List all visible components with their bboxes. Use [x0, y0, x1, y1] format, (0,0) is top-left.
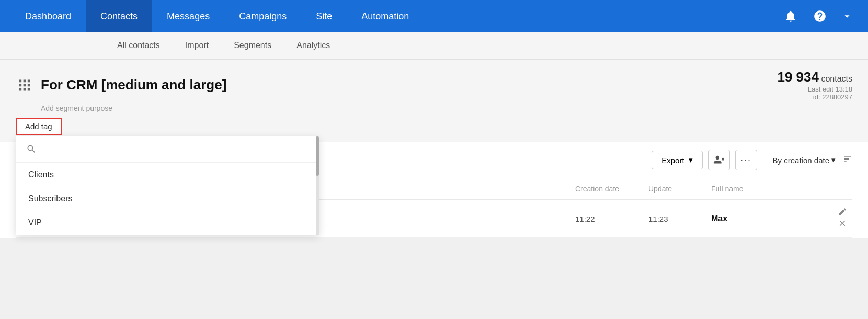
top-navigation: Dashboard Contacts Messages Campaigns Si… — [0, 0, 868, 32]
nav-item-dashboard[interactable]: Dashboard — [10, 0, 86, 32]
row-creation-date: 11:22 — [570, 200, 643, 238]
export-chevron-icon: ▾ — [689, 155, 693, 165]
grid-icon — [16, 76, 33, 94]
sort-chevron-icon: ▾ — [831, 155, 836, 165]
edit-icon[interactable] — [838, 209, 847, 218]
export-label: Export — [661, 156, 684, 165]
segment-purpose[interactable]: Add segment purpose — [41, 104, 852, 112]
sort-label[interactable]: By creation date ▾ — [773, 155, 836, 165]
contacts-count: 19 934 — [777, 69, 819, 85]
tag-item-subscribers[interactable]: Subscribers — [16, 187, 319, 211]
tag-item-vip[interactable]: VIP — [16, 211, 319, 235]
tag-dropdown: Clients Subscribers VIP — [16, 136, 319, 235]
sort-area: By creation date ▾ — [773, 154, 852, 166]
search-icon — [26, 144, 37, 157]
nav-item-site[interactable]: Site — [301, 0, 347, 32]
segment-title-area: For CRM [medium and large] — [16, 76, 226, 94]
remove-contacts-button[interactable] — [708, 150, 730, 170]
last-edit-info: Last edit 13:18 — [777, 85, 852, 93]
nav-item-contacts[interactable]: Contacts — [86, 0, 152, 32]
col-header-creation: Creation date — [570, 178, 643, 200]
more-options-button[interactable]: ··· — [735, 150, 757, 170]
segment-id: id: 22880297 — [777, 93, 852, 101]
sort-order-icon[interactable] — [843, 154, 852, 166]
add-tag-area: Add tag Clients Subscribers VIP — [16, 118, 852, 135]
scrollbar[interactable] — [316, 136, 319, 235]
sub-nav-all-contacts[interactable]: All contacts — [105, 32, 173, 60]
add-tag-button[interactable]: Add tag — [16, 118, 62, 135]
svg-point-0 — [715, 156, 719, 160]
sub-nav-segments[interactable]: Segments — [221, 32, 284, 60]
page-header: For CRM [medium and large] 19 934 contac… — [0, 60, 868, 142]
sub-nav-import[interactable]: Import — [173, 32, 221, 60]
help-icon[interactable] — [809, 6, 830, 27]
contacts-count-area: 19 934 contacts Last edit 13:18 id: 2288… — [777, 69, 852, 101]
col-header-actions — [810, 178, 852, 200]
col-header-update: Update — [643, 178, 706, 200]
tag-item-clients[interactable]: Clients — [16, 163, 319, 187]
nav-item-messages[interactable]: Messages — [152, 0, 224, 32]
sort-label-text: By creation date — [773, 156, 829, 165]
scrollbar-thumb — [316, 136, 319, 176]
contacts-label: contacts — [819, 74, 852, 83]
row-actions — [810, 200, 852, 238]
nav-item-automation[interactable]: Automation — [347, 0, 424, 32]
row-update-date: 11:23 — [643, 200, 706, 238]
sub-navigation: All contacts Import Segments Analytics — [0, 32, 868, 60]
sub-nav-analytics[interactable]: Analytics — [284, 32, 342, 60]
col-header-fullname: Full name — [706, 178, 810, 200]
tag-search-area — [16, 136, 319, 163]
row-full-name: Max — [706, 200, 810, 238]
export-button[interactable]: Export ▾ — [652, 151, 702, 169]
nav-icons-area — [780, 6, 830, 27]
page-title: For CRM [medium and large] — [41, 77, 226, 93]
bell-icon[interactable] — [780, 6, 801, 27]
delete-icon[interactable] — [838, 221, 847, 230]
nav-more-button[interactable] — [837, 6, 858, 27]
nav-item-campaigns[interactable]: Campaigns — [224, 0, 301, 32]
